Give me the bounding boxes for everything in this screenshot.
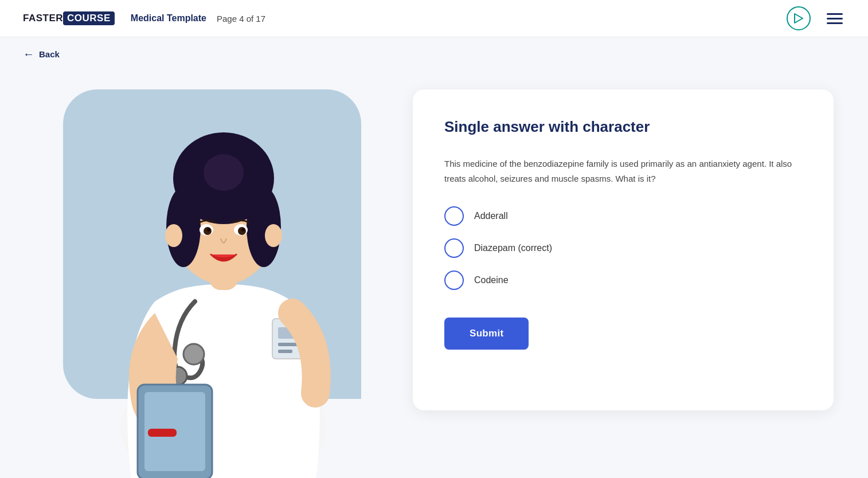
option-label-diazepam: Diazepam (correct) <box>474 243 552 253</box>
quiz-panel: Single answer with character This medici… <box>413 89 834 410</box>
svg-point-7 <box>204 154 244 191</box>
character-area <box>34 72 378 416</box>
option-label-codeine: Codeine <box>474 275 509 285</box>
logo-course: COURSE <box>63 11 115 25</box>
option-codeine[interactable]: Codeine <box>444 271 802 290</box>
svg-point-14 <box>207 228 210 232</box>
doctor-illustration <box>63 72 384 478</box>
svg-rect-20 <box>278 343 298 346</box>
header: FASTER COURSE Medical Template Page 4 of… <box>0 0 868 37</box>
svg-point-16 <box>183 344 204 365</box>
back-arrow-icon: ← <box>23 48 34 61</box>
menu-line-3 <box>827 22 843 24</box>
menu-button[interactable] <box>824 11 845 26</box>
option-adderall[interactable]: Adderall <box>444 206 802 226</box>
quiz-question: This medicine of the benzodiazepine fami… <box>444 156 802 186</box>
svg-rect-21 <box>278 350 292 353</box>
header-right <box>787 6 845 30</box>
play-button[interactable] <box>787 6 811 30</box>
header-page: Page 4 of 17 <box>217 14 265 23</box>
header-title: Medical Template <box>131 13 206 23</box>
svg-rect-24 <box>148 429 177 437</box>
menu-line-1 <box>827 13 843 15</box>
svg-point-8 <box>165 224 182 247</box>
option-diazepam[interactable]: Diazepam (correct) <box>444 238 802 258</box>
radio-adderall[interactable] <box>444 206 464 226</box>
options-list: Adderall Diazepam (correct) Codeine <box>444 206 802 290</box>
back-nav[interactable]: ← Back <box>0 37 868 61</box>
logo-faster: FASTER <box>23 13 63 24</box>
option-label-adderall: Adderall <box>474 211 508 221</box>
main-content: Single answer with character This medici… <box>0 61 868 439</box>
quiz-title: Single answer with character <box>444 118 802 136</box>
radio-diazepam[interactable] <box>444 238 464 258</box>
play-icon <box>794 13 803 23</box>
submit-button[interactable]: Submit <box>444 318 529 350</box>
logo: FASTER COURSE <box>23 11 115 25</box>
menu-line-2 <box>827 18 843 19</box>
radio-codeine[interactable] <box>444 271 464 290</box>
svg-point-15 <box>241 228 245 232</box>
svg-marker-0 <box>795 14 803 23</box>
back-label: Back <box>39 49 60 59</box>
svg-point-9 <box>265 224 282 247</box>
